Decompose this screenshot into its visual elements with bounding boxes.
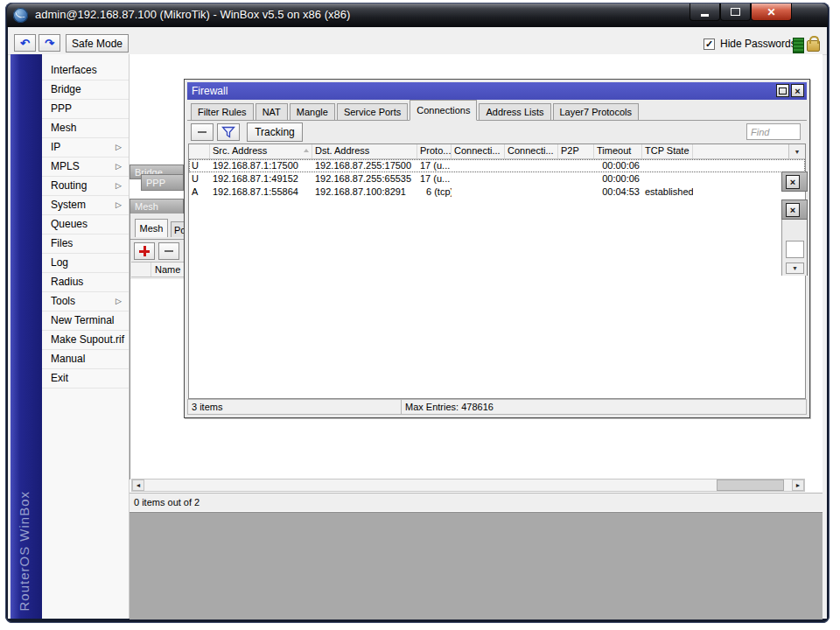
mesh-add-button[interactable] (134, 242, 155, 260)
column-select-button[interactable]: ▼ (788, 144, 805, 158)
sidebar-item-manual[interactable]: Manual (42, 350, 129, 369)
sidebar-item-ppp[interactable]: PPP (42, 100, 129, 119)
ppp-close-button[interactable]: × (786, 175, 800, 189)
tab-service-ports[interactable]: Service Ports (337, 103, 408, 120)
sidebar-item-queues[interactable]: Queues (42, 215, 129, 234)
mesh-header-name[interactable]: Name (151, 262, 180, 276)
firewall-titlebar[interactable]: Firewall × (187, 82, 807, 100)
column-header-connecti[interactable]: Connecti... (452, 144, 505, 158)
tracking-button[interactable]: Tracking (247, 122, 303, 142)
close-button[interactable]: ✕ (751, 4, 792, 21)
close-icon: ✕ (766, 6, 775, 18)
arrow-right-icon: ► (795, 482, 802, 488)
firewall-maximize-button[interactable] (776, 84, 789, 97)
sidebar-item-label: Radius (51, 276, 83, 288)
sidebar-item-label: New Terminal (51, 314, 114, 326)
submenu-arrow-icon: ▷ (116, 292, 122, 311)
sidebar-item-system[interactable]: System▷ (42, 196, 129, 215)
sidebar-item-exit[interactable]: Exit (42, 369, 129, 388)
cell-flag: U (189, 172, 210, 186)
table-row[interactable]: A192.168.87.1:55864192.168.87.100:82916 … (189, 186, 805, 199)
firewall-remove-button[interactable] (191, 123, 214, 141)
sidebar-item-interfaces[interactable]: Interfaces (42, 61, 129, 80)
screen: admin@192.168.87.100 (MikroTik) - WinBox… (0, 0, 840, 630)
mesh-window-titlebar[interactable]: Mesh (130, 199, 184, 214)
mesh-close-button[interactable]: × (786, 203, 800, 217)
sidebar-item-mesh[interactable]: Mesh (42, 119, 129, 138)
cell-proto: 17 (u... (417, 172, 452, 186)
column-header-flag[interactable] (189, 144, 210, 158)
secure-lock-icon (807, 40, 820, 52)
sidebar-brand-stripe: RouterOS WinBox (10, 54, 42, 619)
hide-passwords-control[interactable]: ✓ Hide Passwords (704, 38, 796, 50)
sidebar-item-files[interactable]: Files (42, 234, 129, 254)
table-row[interactable]: U192.168.87.1:17500192.168.87.255:175001… (189, 159, 805, 172)
mesh-tab-mesh[interactable]: Mesh (135, 219, 168, 237)
sidebar-item-tools[interactable]: Tools▷ (42, 292, 129, 312)
mesh-column-dropdown-edge[interactable]: ▼ (786, 262, 804, 274)
tab-filter-rules[interactable]: Filter Rules (191, 103, 254, 120)
find-input[interactable] (746, 123, 801, 140)
cell-tcp_state (642, 172, 693, 186)
firewall-title: Firewall (192, 85, 228, 97)
scroll-right-button[interactable]: ► (792, 480, 804, 491)
funnel-icon (221, 126, 235, 138)
undo-button[interactable]: ↶ (14, 34, 36, 52)
firewall-window: Firewall × Filter RulesNATMangleService … (184, 79, 810, 418)
scroll-left-button[interactable]: ◄ (132, 480, 144, 491)
cell-timeout: 00:04:53 (594, 186, 642, 199)
sidebar-item-make-supout-rif[interactable]: Make Supout.rif (42, 331, 129, 350)
column-header-src-address[interactable]: Src. Address (210, 144, 312, 158)
mesh-table-header: Name (131, 262, 185, 277)
items-count: 3 items (187, 399, 401, 415)
cell-tcp_state (642, 159, 693, 172)
safe-mode-button[interactable]: Safe Mode (66, 34, 129, 52)
mesh-tab-ports[interactable]: Ports (171, 221, 185, 237)
horizontal-scrollbar[interactable]: ◄ ► (131, 479, 805, 492)
minimize-button[interactable] (690, 4, 720, 21)
tab-layer7-protocols[interactable]: Layer7 Protocols (553, 103, 640, 120)
sidebar-item-bridge[interactable]: Bridge (42, 80, 129, 100)
cell-flag: U (189, 159, 210, 172)
column-header-tcp-state[interactable]: TCP State (642, 144, 693, 158)
firewall-close-button[interactable]: × (791, 84, 804, 97)
plus-icon (139, 246, 150, 256)
minus-icon (198, 131, 206, 133)
firewall-tab-strip: Filter RulesNATMangleService PortsConnec… (187, 100, 807, 121)
column-header-connecti[interactable]: Connecti... (505, 144, 558, 158)
sidebar-item-label: IP (51, 141, 60, 153)
sidebar-item-label: Tools (51, 295, 75, 307)
maximize-button[interactable] (720, 4, 751, 21)
mesh-find-input-edge[interactable] (786, 241, 804, 258)
column-header-timeout[interactable]: Timeout (594, 144, 642, 158)
tab-connections[interactable]: Connections (410, 100, 477, 121)
column-header-p2p[interactable]: P2P (558, 144, 594, 158)
redo-button[interactable]: ↷ (38, 34, 60, 52)
tab-mangle[interactable]: Mangle (290, 103, 335, 120)
column-header-proto[interactable]: Proto... (417, 144, 452, 158)
minimize-icon (701, 14, 709, 17)
sidebar-item-radius[interactable]: Radius (42, 273, 129, 292)
mesh-toolbar (130, 239, 185, 262)
cell-conn1 (452, 172, 505, 186)
cell-timeout: 00:00:06 (594, 159, 642, 172)
sidebar-item-routing[interactable]: Routing▷ (42, 177, 129, 196)
sidebar-item-log[interactable]: Log (42, 254, 129, 273)
ppp-window-titlebar[interactable]: PPP (141, 174, 184, 191)
sidebar-item-ip[interactable]: IP▷ (42, 138, 129, 158)
mesh-remove-button[interactable] (158, 242, 179, 260)
column-header-dst-address[interactable]: Dst. Address (312, 144, 417, 158)
tab-nat[interactable]: NAT (256, 103, 288, 120)
hide-passwords-checkbox[interactable]: ✓ (704, 38, 715, 50)
tab-address-lists[interactable]: Address Lists (479, 103, 550, 120)
firewall-filter-button[interactable] (217, 123, 240, 141)
sort-ascending-icon (304, 149, 309, 152)
sidebar-item-new-terminal[interactable]: New Terminal (42, 312, 129, 331)
connection-quality-icon (793, 38, 804, 53)
table-row[interactable]: U192.168.87.1:49152192.168.87.255:655351… (189, 172, 805, 186)
sidebar-item-mpls[interactable]: MPLS▷ (42, 158, 129, 177)
cell-conn1 (452, 159, 505, 172)
connections-table: Src. AddressDst. AddressProto...Connecti… (188, 144, 806, 399)
scrollbar-thumb[interactable] (717, 480, 784, 491)
cell-conn2 (505, 186, 558, 199)
